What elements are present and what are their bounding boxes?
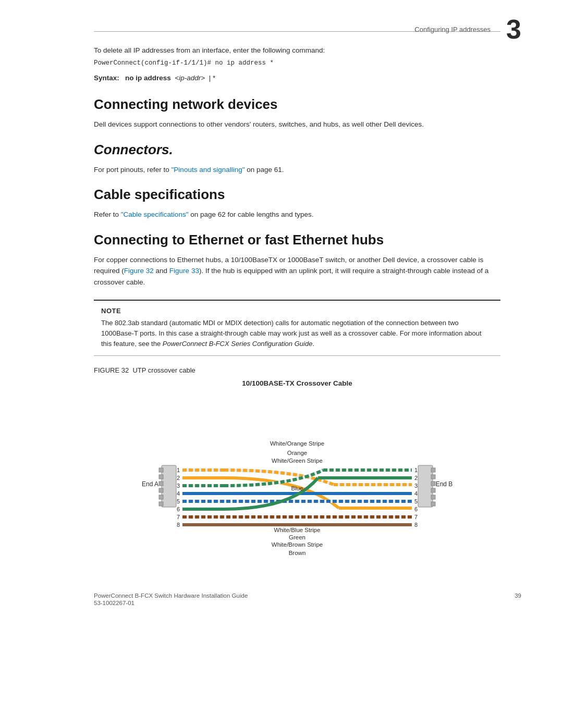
section-title-ethernet: Connecting to Ethernet or fast Ethernet … [94,232,500,248]
svg-text:White/Green Stripe: White/Green Stripe [272,458,323,464]
figure32-link[interactable]: Figure 32 [124,267,154,275]
body-text-connectors: For port pinouts, refer to "Pinouts and … [94,164,500,176]
note-box: NOTE The 802.3ab standard (automatic MDI… [94,300,500,356]
section-title-network: Connecting network devices [94,96,500,113]
svg-text:7: 7 [177,514,180,520]
figure-title: 10/100BASE-TX Crossover Cable [242,379,352,387]
footer-doc-num: 53-1002267-01 [94,600,248,606]
syntax-label: Syntax: [94,74,119,82]
svg-text:8: 8 [414,522,418,528]
svg-text:6: 6 [414,506,418,512]
figure-label: FIGURE 32 UTP crossover cable [94,366,500,374]
syntax-param: <ip-addr> [175,74,205,82]
svg-text:White/Orange Stripe: White/Orange Stripe [270,440,324,447]
svg-text:Blue: Blue [291,485,303,491]
figure33-link[interactable]: Figure 33 [169,267,199,275]
svg-text:2: 2 [414,475,418,481]
note-text-end: . [312,340,314,348]
cable-prefix: Refer to [94,211,121,218]
svg-rect-10 [431,482,435,486]
connectors-prefix: For port pinouts, refer to [94,166,172,174]
svg-text:White/Blue Stripe: White/Blue Stripe [274,527,321,533]
svg-rect-1 [159,468,163,472]
page: Configuring IP addresses 3 To delete all… [0,0,563,622]
svg-rect-11 [431,488,435,492]
svg-text:White/Brown Stripe: White/Brown Stripe [272,541,323,548]
footer-page-num: 39 [515,593,521,606]
svg-rect-0 [162,465,176,507]
figure-label-prefix: FIGURE [94,366,121,374]
svg-rect-13 [431,502,435,506]
svg-rect-9 [431,475,435,479]
end-a-label: End A [142,480,158,488]
connectors-link[interactable]: "Pinouts and signalling" [172,166,245,174]
page-header: Configuring IP addresses 3 [414,16,521,43]
svg-text:7: 7 [414,514,418,520]
figure-caption: UTP crossover cable [132,366,195,374]
figure-container: 10/100BASE-TX Crossover Cable End A End … [94,379,500,575]
svg-rect-6 [159,502,163,506]
svg-rect-3 [159,482,163,486]
syntax-line: Syntax: no ip address <ip-addr> | * [94,74,500,82]
cable-link[interactable]: "Cable specifications" [121,211,189,218]
code-block: PowerConnect(config-if-1/1/1)# no ip add… [94,59,500,67]
section-title-connectors: Connectors. [94,142,500,158]
intro-text: To delete all IP addresses from an inter… [94,46,500,54]
svg-rect-2 [159,475,163,479]
svg-text:Orange: Orange [287,450,307,456]
cable-suffix: on page 62 for cable lengths and types. [188,211,313,218]
svg-text:6: 6 [177,506,180,512]
body-text-network: Dell devices support connections to othe… [94,119,500,130]
chapter-number: 3 [506,16,521,43]
svg-text:1: 1 [414,467,418,473]
svg-rect-8 [431,468,435,472]
body-text-cable: Refer to "Cable specifications" on page … [94,209,500,220]
connectors-suffix: on page 61. [245,166,284,174]
note-text: The 802.3ab standard (automatic MDI or M… [101,318,493,349]
footer-title: PowerConnect B-FCX Switch Hardware Insta… [94,593,248,599]
page-footer: PowerConnect B-FCX Switch Hardware Insta… [0,593,563,606]
svg-text:5: 5 [414,498,418,504]
svg-text:3: 3 [414,483,418,489]
svg-text:Green: Green [289,534,305,540]
svg-rect-5 [159,495,163,499]
syntax-cmd: no ip address [125,74,171,82]
cable-diagram-svg: End A End B 1 2 3 4 5 6 7 [115,398,480,575]
syntax-extra: | * [209,74,216,82]
end-b-label: End B [436,480,453,488]
body-text-ethernet: For copper connections to Ethernet hubs,… [94,254,500,288]
svg-text:Brown: Brown [289,550,306,556]
svg-text:4: 4 [414,490,418,497]
note-italic: PowerConnect B-FCX Series Configuration … [163,340,313,348]
section-title: Configuring IP addresses [414,26,491,33]
section-title-cable: Cable specifications [94,187,500,203]
svg-rect-4 [159,488,163,492]
note-label: NOTE [101,307,493,315]
svg-text:3: 3 [177,483,180,489]
footer-left: PowerConnect B-FCX Switch Hardware Insta… [94,593,248,606]
svg-text:5: 5 [177,498,180,504]
svg-rect-12 [431,495,435,499]
svg-text:4: 4 [177,490,180,497]
svg-text:2: 2 [177,475,180,481]
svg-rect-7 [418,465,433,507]
svg-text:8: 8 [177,522,180,528]
figure-number: 32 [121,366,129,374]
svg-text:1: 1 [177,467,180,473]
